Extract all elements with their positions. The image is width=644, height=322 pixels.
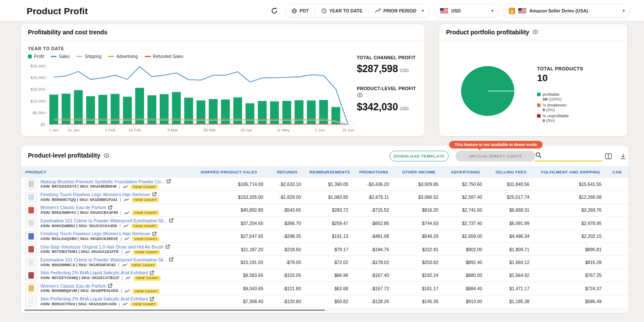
export-button[interactable] bbox=[619, 152, 627, 161]
account-selector[interactable]: a Amazon Seller Demo (USA) ▾ bbox=[503, 4, 630, 18]
separator: | bbox=[122, 250, 122, 254]
product-sub-line: ASIN: B07SWZTKM1 | SKU: SKUGA1D1FFE|VIEW… bbox=[40, 250, 170, 255]
column-header[interactable]: OTHER INCOME bbox=[394, 170, 444, 174]
product-link[interactable]: Women's Classic Eau de Parfum bbox=[40, 283, 106, 289]
download-template-button[interactable]: DOWNLOAD TEMPLATE bbox=[389, 151, 449, 161]
date-range-selector[interactable]: YEAR TO DATE bbox=[315, 7, 368, 15]
external-link-icon[interactable] bbox=[149, 297, 154, 301]
view-chart-link[interactable]: VIEW CHART bbox=[131, 302, 158, 307]
product-sub-line: ASIN: B97GO2XSY3 | SKU: SKUA8EB9036|VIEW… bbox=[40, 185, 171, 189]
view-chart-link[interactable]: VIEW CHART bbox=[131, 224, 158, 228]
value-cell: -$218.50 bbox=[268, 247, 306, 252]
product-link[interactable]: Skin Perfecting 2% BHA Liquid Salicylic … bbox=[40, 270, 148, 275]
value-cell: -$266.70 bbox=[268, 221, 306, 226]
value-cell: $4,496.34 bbox=[487, 234, 535, 239]
product-link[interactable]: Makeup Brushes Premium Synthetic Foundat… bbox=[40, 179, 164, 184]
product-link[interactable]: Finishing Touch Flawless Legs Women's Ha… bbox=[40, 192, 150, 197]
portfolio-legend-row: % unprofitable bbox=[537, 113, 569, 118]
product-thumbnail bbox=[25, 179, 37, 189]
external-link-icon[interactable] bbox=[152, 192, 157, 197]
date-range-label: YEAR TO DATE bbox=[329, 8, 362, 13]
product-link[interactable]: Women's Classic Eau de Parfum bbox=[40, 205, 106, 210]
product-thumbnail-image bbox=[28, 194, 34, 200]
value-cell: -$2,675.11 bbox=[353, 194, 394, 200]
column-settings-button[interactable] bbox=[604, 152, 613, 161]
info-eye-icon[interactable] bbox=[357, 93, 363, 97]
refresh-button[interactable] bbox=[268, 4, 281, 17]
column-header[interactable]: SHIPPED PRODUCT SALES bbox=[189, 170, 268, 174]
product-cell: Makeup Brushes Premium Synthetic Foundat… bbox=[21, 179, 189, 189]
value-cell: $2,202.15 bbox=[535, 234, 607, 239]
timezone-selector[interactable]: PDT bbox=[286, 7, 315, 15]
comparison-selector[interactable]: PRIOR PERIOD ▾ bbox=[368, 7, 430, 15]
external-link-icon[interactable] bbox=[108, 283, 112, 288]
column-header[interactable]: REFUNDS bbox=[268, 170, 306, 174]
total-channel-profit-value: $287,598USD bbox=[357, 63, 421, 75]
external-link-icon[interactable] bbox=[169, 218, 173, 223]
external-link-icon[interactable] bbox=[108, 205, 112, 210]
portfolio-card-title: Product portfolio profitability bbox=[446, 29, 529, 36]
product-link[interactable]: Skin Perfecting 2% BHA Liquid Salicylic … bbox=[40, 296, 148, 301]
product-link[interactable]: Eyeshadow 101 Crème to Powder Waterproof… bbox=[40, 218, 167, 223]
view-chart-link[interactable]: VIEW CHART bbox=[132, 210, 159, 215]
svg-text:11 May: 11 May bbox=[276, 128, 290, 132]
asin-sku-label: ASIN: B004JNMFAC | SKU: SKUOCBA2F99 bbox=[40, 211, 118, 215]
total-products-label: TOTAL PRODUCTS bbox=[537, 66, 583, 71]
value-cell: $585.49 bbox=[535, 299, 607, 304]
column-header[interactable]: PRODUCT bbox=[21, 170, 189, 174]
product-cell: Women's Classic Eau de ParfumASIN: B0096… bbox=[21, 283, 189, 294]
scrollbar-thumb[interactable] bbox=[24, 310, 325, 311]
value-cell: $2,750.60 bbox=[444, 182, 487, 187]
currency-selector[interactable]: USD ▾ bbox=[434, 4, 499, 18]
view-chart-link[interactable]: VIEW CHART bbox=[133, 250, 160, 255]
view-chart-link[interactable]: VIEW CHART bbox=[132, 237, 159, 241]
column-header[interactable]: PROMOTIONS bbox=[353, 170, 394, 174]
value-cell: $1,083.85 bbox=[306, 194, 353, 200]
clock-icon bbox=[321, 8, 327, 14]
view-chart-link[interactable]: VIEW CHART bbox=[132, 197, 159, 202]
external-link-icon[interactable] bbox=[165, 244, 170, 249]
legend-label: % breakeven bbox=[543, 103, 566, 107]
product-thumbnail bbox=[25, 258, 37, 267]
column-header[interactable]: FULFILMENT AND SHIPPING bbox=[535, 170, 607, 174]
product-cell: Eyeshadow 101 Crème to Powder Waterproof… bbox=[21, 218, 189, 228]
external-link-icon[interactable] bbox=[169, 257, 173, 262]
trend-icon bbox=[125, 250, 131, 254]
product-thumbnail-image bbox=[28, 181, 34, 187]
product-thumbnail bbox=[25, 205, 37, 215]
amazon-icon: a bbox=[509, 8, 515, 14]
view-chart-link[interactable]: VIEW CHART bbox=[130, 263, 157, 267]
trends-card-header: Profitability and cost trends bbox=[21, 24, 425, 40]
column-header[interactable]: CAN bbox=[607, 170, 627, 174]
external-link-icon[interactable] bbox=[166, 179, 171, 184]
product-name-line: Women's Classic Eau de Parfum bbox=[40, 283, 160, 289]
value-cell: -$157.72 bbox=[353, 286, 394, 291]
value-cell: $192.24 bbox=[394, 273, 444, 278]
legend-count: 0 bbox=[543, 118, 545, 123]
product-link[interactable]: Eyeshadow 101 Crème to Powder Waterproof… bbox=[40, 257, 167, 262]
column-header[interactable]: REIMBURSEMENTS bbox=[306, 170, 353, 174]
external-link-icon[interactable] bbox=[152, 231, 157, 236]
trend-icon bbox=[125, 276, 131, 280]
search-input[interactable] bbox=[535, 154, 602, 161]
table-row: Women's Classic Eau de ParfumASIN: B0096… bbox=[21, 282, 629, 295]
info-eye-icon[interactable] bbox=[103, 153, 109, 158]
upload-direct-costs-button[interactable]: UPLOAD DIRECT COSTS bbox=[456, 151, 535, 161]
info-eye-icon[interactable] bbox=[532, 30, 538, 34]
external-link-icon[interactable] bbox=[149, 270, 154, 275]
view-chart-link[interactable]: VIEW CHART bbox=[134, 276, 161, 280]
value-cell: $549.29 bbox=[394, 234, 444, 239]
trends-card-title: Profitability and cost trends bbox=[28, 29, 107, 36]
demo-mode-tooltip: This feature is not available in demo mo… bbox=[449, 141, 543, 149]
value-cell: -$167.40 bbox=[353, 273, 394, 278]
column-header[interactable]: SELLING FEES bbox=[487, 170, 535, 174]
value-cell: $1,185.38 bbox=[487, 299, 535, 304]
column-header[interactable]: ADVERTISING bbox=[444, 170, 487, 174]
view-chart-link[interactable]: VIEW CHART bbox=[131, 185, 158, 189]
trends-card: Profitability and cost trends YEAR TO DA… bbox=[21, 24, 425, 137]
product-link[interactable]: One-Step Volumizer Original 1.0 Hair Dry… bbox=[40, 244, 164, 249]
product-name-line: Eyeshadow 101 Crème to Powder Waterproof… bbox=[40, 257, 173, 262]
view-chart-link[interactable]: VIEW CHART bbox=[133, 289, 160, 294]
product-link[interactable]: Finishing Touch Flawless Legs Women's Ha… bbox=[40, 231, 150, 236]
svg-text:$25,000: $25,000 bbox=[30, 64, 45, 68]
